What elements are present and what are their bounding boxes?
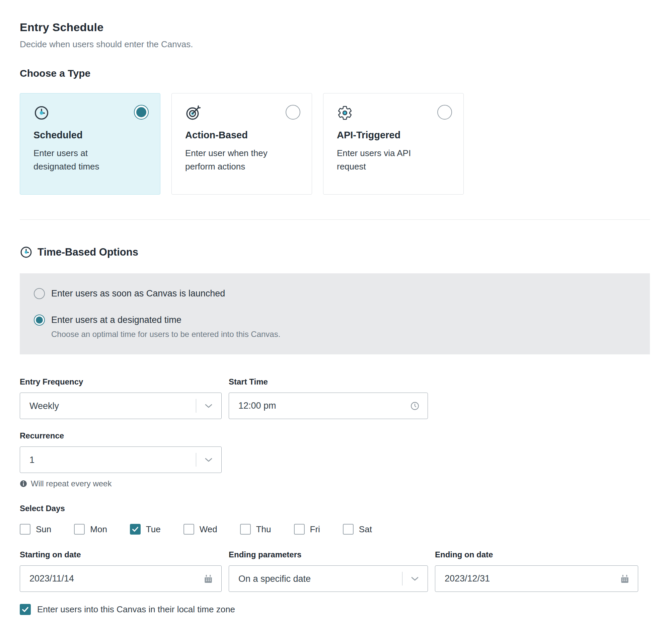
entry-timing-panel: Enter users as soon as Canvas is launche… <box>20 273 650 354</box>
checkbox-icon[interactable] <box>20 524 30 535</box>
card-title: Scheduled <box>33 130 149 141</box>
start-time-label: Start Time <box>229 377 428 387</box>
time-based-options-header: Time-Based Options <box>20 246 650 259</box>
radio-icon[interactable] <box>34 288 45 299</box>
card-title: API-Triggered <box>337 130 452 141</box>
entry-frequency-value: Weekly <box>29 401 59 411</box>
day-checkbox-wed[interactable]: Wed <box>183 524 217 535</box>
local-timezone-checkbox[interactable]: Enter users into this Canvas in their lo… <box>20 604 650 615</box>
card-radio-api-triggered[interactable] <box>437 105 452 120</box>
select-divider <box>196 453 196 467</box>
day-label: Sun <box>36 524 51 535</box>
local-timezone-label: Enter users into this Canvas in their lo… <box>37 604 235 615</box>
radio-description: Choose an optimal time for users to be e… <box>51 330 636 339</box>
day-checkbox-thu[interactable]: Thu <box>240 524 271 535</box>
checkbox-icon[interactable] <box>183 524 194 535</box>
choose-type-heading: Choose a Type <box>20 68 650 79</box>
section-divider <box>20 219 650 220</box>
card-radio-action-based[interactable] <box>286 105 300 120</box>
info-icon <box>20 480 27 487</box>
start-time-field <box>229 393 428 419</box>
day-checkbox-tue[interactable]: Tue <box>130 524 161 535</box>
recurrence-label: Recurrence <box>20 431 222 440</box>
chevron-down-icon <box>205 458 213 462</box>
recurrence-help-text: Will repeat every week <box>31 479 111 488</box>
radio-icon[interactable] <box>34 315 45 326</box>
card-radio-scheduled[interactable] <box>134 105 149 120</box>
checkbox-checked-icon[interactable] <box>130 524 141 535</box>
ending-parameters-value: On a specific date <box>238 573 311 584</box>
calendar-icon[interactable] <box>620 574 630 584</box>
clock-icon[interactable] <box>410 401 420 411</box>
start-time-input[interactable] <box>229 393 428 419</box>
day-checkbox-sat[interactable]: Sat <box>343 524 372 535</box>
radio-enter-designated-time[interactable]: Enter users at a designated time <box>34 315 636 326</box>
starting-on-date-field <box>20 565 222 592</box>
gear-icon <box>337 105 353 121</box>
card-description: Enter user when they perform actions <box>185 146 276 174</box>
starting-on-date-label: Starting on date <box>20 550 222 559</box>
entry-frequency-label: Entry Frequency <box>20 377 222 387</box>
day-label: Tue <box>146 524 161 535</box>
day-checkbox-mon[interactable]: Mon <box>74 524 107 535</box>
day-label: Mon <box>90 524 107 535</box>
recurrence-help: Will repeat every week <box>20 479 650 488</box>
card-action-based[interactable]: Action-Based Enter user when they perfor… <box>171 93 312 195</box>
section-title: Time-Based Options <box>38 246 138 258</box>
checkbox-icon[interactable] <box>74 524 85 535</box>
checkbox-icon[interactable] <box>343 524 354 535</box>
card-description: Enter users via API request <box>337 146 427 174</box>
entry-type-cards: Scheduled Enter users at designated time… <box>20 93 650 195</box>
day-label: Wed <box>200 524 217 535</box>
ending-on-date-label: Ending on date <box>435 550 638 559</box>
checkbox-icon[interactable] <box>240 524 251 535</box>
select-divider <box>402 572 402 586</box>
day-checkbox-sun[interactable]: Sun <box>20 524 51 535</box>
recurrence-select[interactable]: 1 <box>20 446 222 473</box>
entry-schedule-page: Entry Schedule Decide when users should … <box>0 0 672 619</box>
select-divider <box>196 399 196 413</box>
select-days-row: Sun Mon Tue Wed Thu Fri Sa <box>20 524 650 535</box>
calendar-icon[interactable] <box>203 574 213 584</box>
day-label: Fri <box>310 524 320 535</box>
starting-on-date-input[interactable] <box>20 566 221 592</box>
day-label: Sat <box>359 524 372 535</box>
ending-on-date-field <box>435 565 638 592</box>
radio-label: Enter users as soon as Canvas is launche… <box>51 288 225 299</box>
chevron-down-icon <box>205 404 213 408</box>
day-checkbox-fri[interactable]: Fri <box>294 524 320 535</box>
ending-parameters-select[interactable]: On a specific date <box>229 565 428 592</box>
clock-icon <box>33 105 50 121</box>
card-api-triggered[interactable]: API-Triggered Enter users via API reques… <box>323 93 464 195</box>
card-description: Enter users at designated times <box>33 146 124 174</box>
card-scheduled[interactable]: Scheduled Enter users at designated time… <box>20 93 160 195</box>
card-title: Action-Based <box>185 130 300 141</box>
select-days-label: Select Days <box>20 504 650 513</box>
entry-frequency-select[interactable]: Weekly <box>20 393 222 419</box>
ending-parameters-label: Ending parameters <box>229 550 428 559</box>
checkbox-checked-icon[interactable] <box>20 604 31 615</box>
page-title: Entry Schedule <box>20 21 650 34</box>
chevron-down-icon <box>411 576 419 581</box>
radio-label: Enter users at a designated time <box>51 315 181 325</box>
radio-enter-on-launch[interactable]: Enter users as soon as Canvas is launche… <box>34 288 636 299</box>
day-label: Thu <box>256 524 271 535</box>
target-icon <box>185 105 201 121</box>
ending-on-date-input[interactable] <box>435 566 638 592</box>
clock-icon <box>20 246 32 259</box>
recurrence-value: 1 <box>29 455 34 465</box>
checkbox-icon[interactable] <box>294 524 305 535</box>
page-subtitle: Decide when users should enter the Canva… <box>20 39 650 50</box>
